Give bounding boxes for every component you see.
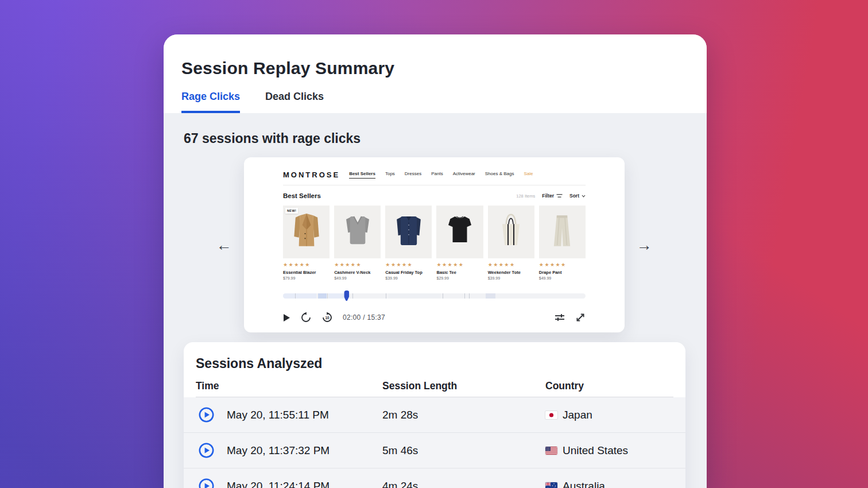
fullscreen-button[interactable]: [575, 312, 586, 323]
playback-time: 02:00 / 15:37: [343, 313, 385, 322]
tab-dead-clicks[interactable]: Dead Clicks: [265, 91, 324, 113]
column-header-session-length: Session Length: [382, 380, 457, 392]
row-play-button[interactable]: [199, 478, 214, 488]
pants-garment-icon: [548, 210, 576, 254]
product-card[interactable]: ★★★★★Cashmere V-Neck$49.99: [334, 206, 381, 280]
store-nav-item[interactable]: Activewear: [453, 171, 475, 179]
store-nav-item[interactable]: Tops: [385, 171, 395, 179]
product-name: Basic Tee: [436, 270, 483, 275]
next-session-button[interactable]: →: [634, 235, 654, 255]
timeline-tick: [469, 293, 470, 299]
page-background: Session Replay Summary Rage Clicks Dead …: [0, 0, 868, 488]
store-nav-items: Best SellersTopsDressesPantsActivewearSh…: [349, 171, 533, 179]
store-section-title: Best Sellers: [283, 192, 321, 199]
tote-garment-icon: [497, 210, 525, 254]
sort-label: Sort: [569, 193, 579, 199]
star-rating: ★★★★★: [385, 262, 432, 268]
rewind-icon: [300, 312, 312, 323]
left-arrow-icon: ←: [216, 237, 232, 254]
table-row[interactable]: May 20, 11:55:11 PM2m 28sJapan: [184, 397, 685, 433]
row-play-button[interactable]: [199, 443, 214, 458]
svg-text:10: 10: [325, 316, 330, 320]
chevron-down-icon: [582, 195, 586, 197]
us-flag-icon: [545, 447, 557, 455]
session-replay-player: MONTROSE Best SellersTopsDressesPantsAct…: [244, 157, 625, 332]
product-card[interactable]: ★★★★★Drape Pant$49.99: [539, 206, 586, 280]
product-card[interactable]: ★★★★★Basic Tee$29.99: [436, 206, 483, 280]
store-nav-item[interactable]: Sale: [524, 171, 533, 179]
table-row[interactable]: May 20, 11:24:14 PM4m 24sAustralia: [184, 468, 685, 488]
timeline-scrubber[interactable]: [344, 291, 349, 301]
star-rating: ★★★★★: [334, 262, 381, 268]
expand-icon: [575, 312, 586, 323]
product-name: Essential Blazer: [283, 270, 330, 275]
product-image: NEW!: [283, 206, 330, 258]
table-header-row: Time Session Length Country: [184, 380, 685, 397]
product-price: $39.99: [385, 276, 432, 280]
previous-session-button[interactable]: ←: [214, 235, 234, 255]
store-nav-item[interactable]: Shoes & Bags: [485, 171, 514, 179]
jp-flag-icon: [545, 411, 557, 419]
store-nav-item[interactable]: Pants: [431, 171, 443, 179]
product-price: $39.99: [488, 276, 534, 280]
session-rows: May 20, 11:55:11 PM2m 28sJapanMay 20, 11…: [184, 397, 685, 488]
tee-garment-icon: [445, 210, 474, 254]
filter-button[interactable]: Filter: [542, 193, 563, 199]
play-icon: [283, 313, 290, 322]
star-rating: ★★★★★: [539, 262, 586, 268]
row-play-button[interactable]: [199, 407, 214, 423]
page-title: Session Replay Summary: [181, 59, 394, 78]
sessions-analyzed-card: Sessions Analyszed Time Session Length C…: [184, 342, 685, 488]
rewind-button[interactable]: [300, 312, 312, 323]
store-heading-row: Best Sellers 128 Items Filter Sort: [283, 192, 586, 199]
store-nav-divider: [283, 185, 586, 185]
product-name: Weekender Tote: [488, 270, 534, 275]
right-arrow-icon: →: [637, 237, 652, 254]
product-price: $29.99: [436, 276, 483, 280]
country-name: Australia: [563, 480, 605, 488]
forward-10-button[interactable]: 10: [321, 312, 333, 323]
timeline-tick: [464, 293, 465, 299]
product-card[interactable]: NEW!★★★★★Essential Blazer$79.99: [283, 206, 330, 280]
table-row[interactable]: May 20, 11:37:32 PM5m 46sUnited States: [184, 433, 685, 468]
store-logo: MONTROSE: [283, 171, 340, 179]
product-name: Cashmere V-Neck: [334, 270, 381, 275]
session-time: May 20, 11:24:14 PM: [227, 468, 330, 488]
replayed-storefront: MONTROSE Best SellersTopsDressesPantsAct…: [283, 165, 586, 280]
session-country: United States: [545, 433, 628, 468]
settings-button[interactable]: [554, 312, 565, 323]
product-grid: NEW!★★★★★Essential Blazer$79.99★★★★★Cash…: [283, 206, 586, 280]
tab-rage-clicks[interactable]: Rage Clicks: [181, 91, 240, 113]
sweater-garment-icon: [343, 210, 372, 254]
player-controls: 10 02:00 / 15:37: [283, 308, 586, 327]
product-card[interactable]: ★★★★★Weekender Tote$39.99: [488, 206, 534, 280]
filter-icon: [556, 193, 563, 198]
filter-label: Filter: [542, 193, 554, 199]
card-header: Session Replay Summary Rage Clicks Dead …: [164, 34, 707, 113]
items-count: 128 Items: [516, 193, 535, 199]
store-nav-item[interactable]: Dresses: [405, 171, 421, 179]
play-button[interactable]: [283, 313, 290, 322]
session-time: May 20, 11:55:11 PM: [227, 397, 329, 433]
store-nav: MONTROSE Best SellersTopsDressesPantsAct…: [283, 165, 586, 184]
store-nav-item[interactable]: Best Sellers: [349, 171, 375, 179]
product-price: $79.99: [283, 276, 330, 280]
sort-button[interactable]: Sort: [569, 193, 586, 199]
timeline-tick: [386, 293, 386, 299]
session-length: 2m 28s: [382, 397, 418, 433]
column-header-time: Time: [196, 380, 219, 392]
forward-10-icon: 10: [321, 312, 333, 323]
timeline-segment: [328, 293, 347, 299]
shirt-garment-icon: [394, 210, 423, 254]
playback-timeline[interactable]: [283, 293, 586, 299]
product-image: [334, 206, 381, 258]
star-rating: ★★★★★: [283, 262, 330, 268]
play-circle-icon: [199, 478, 214, 488]
session-length: 4m 24s: [382, 468, 418, 488]
product-card[interactable]: ★★★★★Casual Friday Top$39.99: [385, 206, 432, 280]
star-rating: ★★★★★: [488, 262, 534, 268]
tune-sliders-icon: [554, 312, 565, 323]
timeline-segment: [486, 293, 495, 299]
product-name: Casual Friday Top: [385, 270, 432, 275]
star-rating: ★★★★★: [436, 262, 483, 268]
